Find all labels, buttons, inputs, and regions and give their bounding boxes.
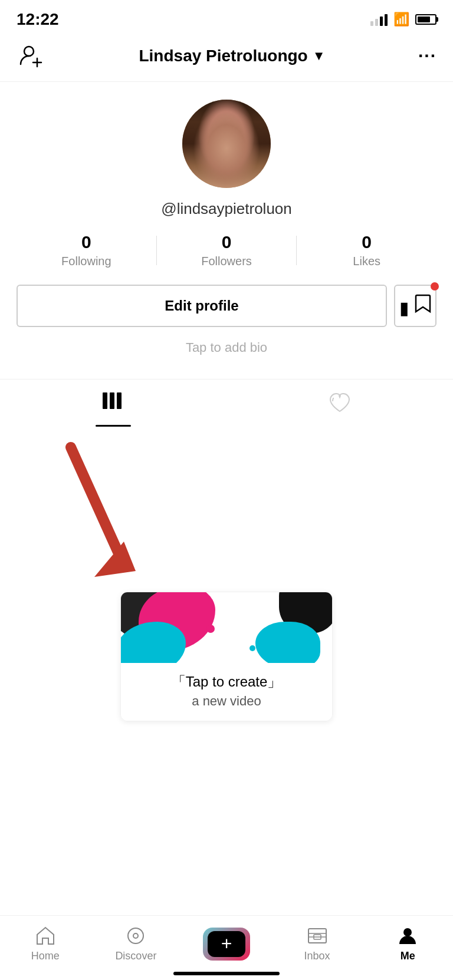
bio-placeholder[interactable]: Tap to add bio	[186, 340, 267, 355]
avatar[interactable]	[182, 100, 271, 188]
add-user-button[interactable]	[17, 41, 46, 71]
following-label: Following	[61, 255, 111, 268]
profile-title[interactable]: Lindsay Pietroluongo ▼	[139, 47, 325, 65]
followers-stat[interactable]: 0 Followers	[157, 232, 297, 268]
notification-dot	[431, 282, 439, 291]
tab-liked[interactable]	[226, 380, 453, 427]
inbox-icon	[307, 925, 328, 946]
tabs-row	[0, 380, 453, 427]
arrow-icon	[35, 435, 153, 583]
likes-stat[interactable]: 0 Likes	[297, 232, 436, 268]
profile-section: @lindsaypietroluon 0 Following 0 Followe…	[0, 82, 453, 367]
nav-me-label: Me	[401, 950, 415, 962]
bottom-nav: Home Discover + Inbox	[0, 915, 453, 980]
status-time: 12:22	[17, 10, 59, 29]
create-button[interactable]: +	[203, 928, 250, 961]
bookmark-button[interactable]: ▮	[394, 285, 436, 327]
create-card-subtitle: a new video	[133, 694, 320, 709]
nav-create[interactable]: +	[197, 928, 256, 961]
following-stat[interactable]: 0 Following	[17, 232, 156, 268]
svg-line-4	[71, 447, 124, 565]
discover-icon	[125, 925, 146, 946]
header: Lindsay Pietroluongo ▼ ···	[0, 35, 453, 82]
svg-point-10	[403, 928, 412, 936]
home-indicator	[173, 972, 280, 975]
plus-icon: +	[208, 931, 245, 957]
nav-discover[interactable]: Discover	[106, 925, 165, 962]
username: @lindsaypietroluon	[161, 200, 292, 218]
me-icon	[397, 925, 418, 946]
followers-count: 0	[222, 232, 232, 252]
home-icon	[35, 925, 56, 946]
chevron-down-icon: ▼	[313, 48, 326, 64]
bookmark-icon: ▮	[399, 294, 431, 318]
nav-home-label: Home	[31, 950, 60, 962]
nav-discover-label: Discover	[115, 950, 156, 962]
following-count: 0	[81, 232, 91, 252]
edit-profile-button[interactable]: Edit profile	[17, 285, 387, 327]
nav-inbox[interactable]: Inbox	[288, 925, 347, 962]
create-video-card[interactable]: 「Tap to create」 a new video	[120, 592, 333, 721]
nav-home[interactable]: Home	[16, 925, 75, 962]
grid-icon	[103, 392, 124, 414]
svg-point-7	[133, 933, 138, 938]
nav-me[interactable]: Me	[378, 925, 437, 962]
tabs-section	[0, 379, 453, 427]
stats-row: 0 Following 0 Followers 0 Likes	[17, 232, 436, 268]
create-card-graphic	[121, 592, 332, 663]
tab-grid[interactable]	[0, 380, 226, 427]
status-bar: 12:22 📶	[0, 0, 453, 35]
battery-icon	[415, 14, 436, 25]
create-card-text: 「Tap to create」 a new video	[121, 663, 332, 721]
nav-inbox-label: Inbox	[304, 950, 330, 962]
svg-rect-8	[308, 929, 326, 943]
create-card-container: 「Tap to create」 a new video	[0, 592, 453, 721]
create-card-title: 「Tap to create」	[133, 672, 320, 691]
followers-label: Followers	[201, 255, 252, 268]
more-options-button[interactable]: ···	[418, 46, 436, 66]
profile-buttons: Edit profile ▮	[17, 285, 436, 327]
arrow-annotation	[0, 427, 453, 592]
liked-icon	[328, 392, 352, 414]
signal-icon	[370, 13, 388, 26]
likes-label: Likes	[353, 255, 380, 268]
wifi-icon: 📶	[393, 12, 409, 27]
svg-point-6	[128, 928, 143, 943]
nav-items: Home Discover + Inbox	[0, 925, 453, 962]
svg-point-0	[24, 47, 34, 56]
status-icons: 📶	[370, 12, 436, 27]
likes-count: 0	[362, 232, 372, 252]
